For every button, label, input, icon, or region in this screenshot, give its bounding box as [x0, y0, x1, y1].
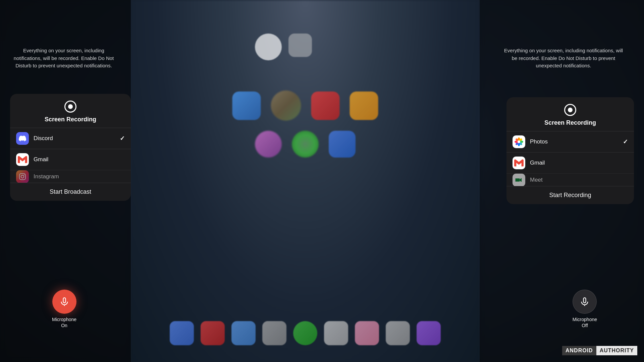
notification-text-left: Everything on your screen, including not…: [10, 47, 117, 70]
photos-check: ✓: [623, 138, 628, 145]
mic-off-icon: [580, 297, 589, 306]
gmail-label-left: Gmail: [34, 156, 125, 163]
watermark-android: ANDROID: [562, 346, 596, 355]
record-icon-right: [564, 104, 576, 116]
purple-orb: [255, 131, 282, 158]
panel-left: Screen Recording Discord ✓ Gmail Instagr…: [10, 94, 131, 201]
panel-right-app-list: Photos ✓ Gmail Meet: [506, 131, 634, 186]
record-icon-inner-left: [68, 104, 73, 109]
right-top-icons: [255, 34, 312, 60]
panel-left-title: Screen Recording: [45, 116, 96, 123]
mic-on-label: Microphone On: [52, 316, 76, 328]
dock-icon-7: [355, 321, 379, 345]
watermark-authority: AUTHORITY: [596, 346, 637, 355]
svg-point-9: [518, 140, 520, 143]
record-icon-left: [64, 101, 76, 113]
panel-right-title: Screen Recording: [544, 119, 596, 126]
panel-right-header: Screen Recording: [506, 97, 634, 131]
dock-row: [131, 321, 480, 345]
app-icons-area: [131, 0, 480, 362]
orange-app-icon: [350, 92, 378, 120]
panel-right: Screen Recording: [506, 97, 634, 204]
mic-on-icon: [60, 297, 69, 306]
watermark: ANDROID AUTHORITY: [562, 346, 637, 355]
dock-icon-4: [262, 321, 286, 345]
instagram-label: Instagram: [34, 173, 125, 180]
white-orb-1: [255, 34, 282, 60]
gmail-icon-right: [513, 157, 525, 169]
dock-icon-9: [417, 321, 441, 345]
panel-left-app-list: Discord ✓ Gmail Instagram: [10, 128, 131, 183]
discord-check: ✓: [120, 135, 125, 142]
dock-icon-6: [324, 321, 348, 345]
discord-icon: [16, 132, 29, 145]
dock-icon-2: [201, 321, 225, 345]
list-item-gmail-right[interactable]: Gmail: [506, 152, 634, 173]
notification-text-right: Everything on your screen, including not…: [503, 47, 624, 70]
dock-icon-3: [231, 321, 256, 345]
meet-icon: [513, 174, 525, 186]
start-recording-button[interactable]: Start Recording: [506, 186, 634, 204]
red-app-icon: [311, 92, 340, 120]
green-orb: [292, 131, 319, 158]
blue-round-icon: [329, 131, 356, 158]
start-broadcast-button[interactable]: Start Broadcast: [10, 183, 131, 201]
earth-orb: [271, 90, 301, 121]
list-item-meet[interactable]: Meet: [506, 173, 634, 186]
mic-on-container: Microphone On: [52, 290, 76, 328]
mic-off-button[interactable]: [573, 290, 597, 314]
photos-icon: [513, 135, 525, 148]
gmail-label-right: Gmail: [530, 160, 628, 166]
list-item-instagram[interactable]: Instagram: [10, 170, 131, 183]
meet-label: Meet: [530, 177, 628, 183]
list-item-photos[interactable]: Photos ✓: [506, 131, 634, 152]
mic-off-container: Microphone Off: [573, 290, 597, 328]
instagram-icon: [16, 170, 29, 183]
mic-on-button[interactable]: [52, 290, 76, 314]
list-item-discord[interactable]: Discord ✓: [10, 128, 131, 149]
record-icon-inner-right: [568, 108, 573, 112]
gmail-icon-left: [16, 153, 29, 166]
dock-icon-1: [170, 321, 194, 345]
photos-label: Photos: [530, 138, 618, 145]
blue-app-icon: [232, 92, 261, 120]
center-icons-row1: [232, 90, 378, 121]
dock-icon-5: [293, 321, 317, 345]
gray-icon-1: [288, 34, 312, 57]
list-item-gmail-left[interactable]: Gmail: [10, 149, 131, 170]
center-icons-row2: [255, 131, 356, 158]
panel-left-header: Screen Recording: [10, 94, 131, 128]
mic-off-label: Microphone Off: [573, 316, 597, 328]
dock-icon-8: [386, 321, 410, 345]
discord-label: Discord: [34, 135, 115, 142]
